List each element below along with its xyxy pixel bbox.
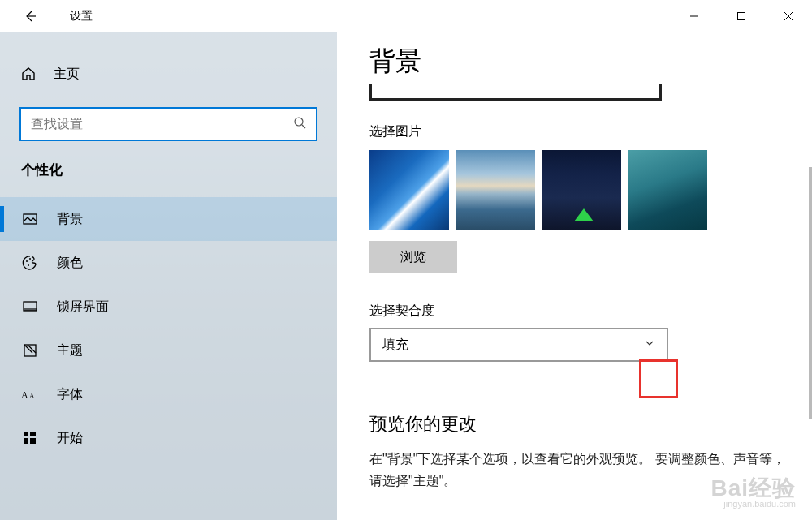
svg-text:A: A [21,389,28,401]
highlight-annotation [639,359,678,398]
fit-selected-value: 填充 [382,337,408,354]
preview-description: 在"背景"下选择某个选项，以查看它的外观预览。 要调整颜色、声音等，请选择"主题… [369,448,788,492]
nav-label: 背景 [57,211,83,228]
sidebar-item-start[interactable]: 开始 [0,416,337,460]
svg-rect-0 [738,13,745,20]
svg-text:A: A [29,392,35,400]
nav-label: 主题 [57,342,83,359]
home-link[interactable]: 主页 [0,57,337,91]
choose-picture-label: 选择图片 [369,123,788,140]
picture-thumbnails [369,150,788,230]
home-icon [19,65,37,83]
svg-rect-12 [30,432,36,436]
svg-point-4 [28,264,29,266]
sidebar-item-colors[interactable]: 颜色 [0,241,337,285]
svg-rect-11 [24,432,28,436]
search-icon [293,116,306,132]
thumbnail[interactable] [542,150,621,230]
sidebar-item-fonts[interactable]: AA 字体 [0,372,337,416]
sidebar-item-background[interactable]: 背景 [0,197,337,241]
font-icon: AA [21,385,39,403]
palette-icon [21,254,39,272]
content-area: 背景 选择图片 浏览 选择契合度 填充 预览你的更改 在"背景"下选择某 [337,32,812,520]
sidebar-item-themes[interactable]: 主题 [0,329,337,372]
preview-frame-bottom [369,84,662,101]
maximize-button[interactable] [718,0,765,32]
chevron-down-icon [644,337,655,352]
titlebar: 设置 [0,0,812,32]
nav-label: 开始 [57,430,83,447]
nav-label: 颜色 [57,255,83,272]
thumbnail[interactable] [628,150,707,230]
svg-rect-13 [24,438,28,444]
start-icon [21,429,39,447]
svg-point-1 [295,118,303,126]
back-button[interactable] [21,8,37,24]
nav-label: 字体 [57,386,83,403]
minimize-button[interactable] [671,0,718,32]
page-heading: 背景 [369,44,788,80]
nav-items: 背景 颜色 锁屏界面 主题 [0,197,337,460]
svg-point-5 [29,258,31,260]
close-button[interactable] [765,0,812,32]
lockscreen-icon [21,298,39,316]
window-title: 设置 [70,9,93,24]
svg-rect-14 [30,438,36,444]
home-label: 主页 [54,66,80,83]
scrollbar[interactable] [804,37,812,515]
scrollbar-thumb[interactable] [809,167,812,419]
nav-label: 锁屏界面 [57,299,109,316]
browse-button[interactable]: 浏览 [369,241,457,273]
sidebar: 主页 个性化 背景 颜色 [0,32,337,520]
svg-rect-7 [24,308,37,311]
thumbnail[interactable] [456,150,535,230]
thumbnail[interactable] [369,150,449,230]
choose-fit-label: 选择契合度 [369,303,788,320]
picture-icon [21,210,39,228]
window-controls [671,0,812,32]
theme-icon [21,342,39,359]
fit-dropdown[interactable]: 填充 [369,328,668,362]
svg-point-3 [26,260,28,262]
sidebar-item-lockscreen[interactable]: 锁屏界面 [0,285,337,329]
category-label: 个性化 [0,161,337,189]
search-box[interactable] [19,107,317,141]
search-input[interactable] [31,117,293,131]
preview-heading: 预览你的更改 [369,412,788,436]
